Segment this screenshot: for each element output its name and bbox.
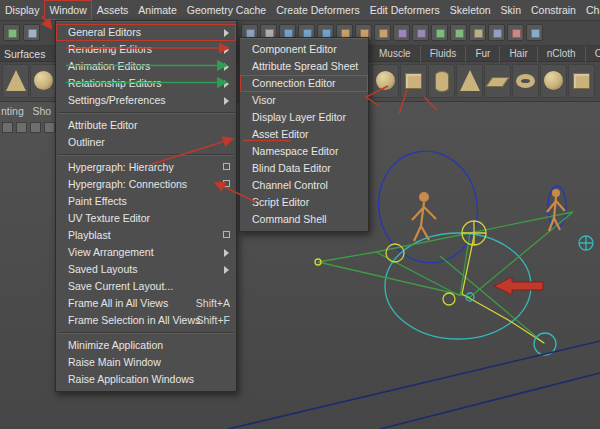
toolbar-icon-11[interactable] [431,24,448,41]
menu-skeleton[interactable]: Skeleton [445,0,496,20]
window-menu-item-raise-main-window[interactable]: Raise Main Window [56,354,236,371]
menu-character[interactable]: Character [581,0,600,20]
torus-shape [516,74,535,88]
shelf-tab-ncloth[interactable]: nCloth [538,46,586,62]
window-menu-item-hypergraph-connections[interactable]: Hypergraph: Connections [56,176,236,193]
toolbar-icon-15[interactable] [507,24,524,41]
menu-window[interactable]: Window [44,0,91,20]
cone-shape [460,70,480,91]
toolbar-icon-8[interactable] [374,24,391,41]
menu-item-label: Rendering Editors [68,43,152,55]
menu-item-label: Frame Selection in All Views [68,314,200,326]
menu-item-label: Playblast [68,229,111,241]
menu-assets[interactable]: Assets [92,0,134,20]
sphere-shape [34,71,53,90]
menu-edit-deformers[interactable]: Edit Deformers [365,0,445,20]
window-menu-item-save-current-layout[interactable]: Save Current Layout... [56,278,236,295]
shelf-item-cube-icon[interactable] [400,64,427,98]
shelf-item-plane-icon[interactable] [484,64,511,98]
option-box-icon[interactable] [223,180,230,187]
option-box-icon[interactable] [223,231,230,238]
shelf-item-torus-icon[interactable] [512,64,539,98]
cube-shape [573,73,590,89]
submenu-arrow-icon [224,29,229,37]
menu-set-selector[interactable]: Surfaces [4,46,45,62]
toolbar-icon-13[interactable] [469,24,486,41]
window-menu-item-saved-layouts[interactable]: Saved Layouts [56,261,236,278]
submenu-item-display-layer-editor[interactable]: Display Layer Editor [240,109,368,126]
submenu-arrow-icon [224,266,229,274]
panel-icon-4[interactable] [44,122,55,133]
menu-display[interactable]: Display [0,0,44,20]
window-menu-item-settings-preferences[interactable]: Settings/Preferences [56,92,236,109]
menu-separator [58,332,234,334]
shelf-item-cone-icon[interactable] [2,64,29,98]
toolbar-icon-12[interactable] [450,24,467,41]
toolbar-icon-1[interactable] [3,24,20,41]
toolbar-icon-14[interactable] [488,24,505,41]
submenu-item-command-shell[interactable]: Command Shell [240,211,368,228]
menu-item-label: Settings/Preferences [68,94,165,106]
shelf-item-cylinder-icon[interactable] [428,64,455,98]
menu-item-label: Raise Main Window [68,356,161,368]
toolbar-icon-2[interactable] [23,24,40,41]
menu-item-shortcut: Shift+A [196,295,230,312]
menu-item-label: Saved Layouts [68,263,137,275]
window-menu-item-playblast[interactable]: Playblast [56,227,236,244]
shelf-item-cone-icon[interactable] [456,64,483,98]
toolbar-icon-9[interactable] [393,24,410,41]
submenu-item-channel-control[interactable]: Channel Control [240,177,368,194]
window-menu-item-frame-selection-in-all-views[interactable]: Frame Selection in All ViewsShift+F [56,312,236,329]
submenu-item-component-editor[interactable]: Component Editor [240,41,368,58]
window-menu-item-outliner[interactable]: Outliner [56,134,236,151]
menu-animate[interactable]: Animate [133,0,182,20]
shelf-tab-muscle[interactable]: Muscle [370,46,421,62]
submenu-item-script-editor[interactable]: Script Editor [240,194,368,211]
window-menu-item-general-editors[interactable]: General Editors [56,24,236,41]
window-menu-item-frame-all-in-all-views[interactable]: Frame All in All ViewsShift+A [56,295,236,312]
submenu-item-blind-data-editor[interactable]: Blind Data Editor [240,160,368,177]
window-menu-item-view-arrangement[interactable]: View Arrangement [56,244,236,261]
window-menu-item-relationship-editors[interactable]: Relationship Editors [56,75,236,92]
toolbar-icon-10[interactable] [412,24,429,41]
shelf-tab-hair[interactable]: Hair [500,46,537,62]
window-menu-item-attribute-editor[interactable]: Attribute Editor [56,117,236,134]
menu-constrain[interactable]: Constrain [526,0,581,20]
menu-skin[interactable]: Skin [496,0,526,20]
panel-icon-3[interactable] [30,122,41,133]
panel-icon-2[interactable] [16,122,27,133]
panel-icon-1[interactable] [2,122,13,133]
toolbar-icon-glyph [512,29,521,38]
window-menu-item-animation-editors[interactable]: Animation Editors [56,58,236,75]
shelf-item-sphere-icon[interactable] [372,64,399,98]
submenu-item-attribute-spread-sheet[interactable]: Attribute Spread Sheet [240,58,368,75]
shelf-item-sphere-icon[interactable] [30,64,57,98]
menu-item-label: Animation Editors [68,60,150,72]
window-menu-item-uv-texture-editor[interactable]: UV Texture Editor [56,210,236,227]
shelf-tab-c[interactable]: C [586,46,600,62]
window-menu-item-raise-application-windows[interactable]: Raise Application Windows [56,371,236,388]
menu-create-deformers[interactable]: Create Deformers [271,0,364,20]
submenu-arrow-icon [224,97,229,105]
window-menu-item-rendering-editors[interactable]: Rendering Editors [56,41,236,58]
shelf-item-cube-icon[interactable] [568,64,595,98]
shelf-tab-fur[interactable]: Fur [466,46,500,62]
shelf-tab-fluids[interactable]: Fluids [421,46,467,62]
menu-item-label: Attribute Editor [68,119,137,131]
window-menu-item-paint-effects[interactable]: Paint Effects [56,193,236,210]
option-box-icon[interactable] [223,163,230,170]
window-menu-item-hypergraph-hierarchy[interactable]: Hypergraph: Hierarchy [56,159,236,176]
submenu-item-namespace-editor[interactable]: Namespace Editor [240,143,368,160]
submenu-item-visor[interactable]: Visor [240,92,368,109]
window-menu-item-minimize-application[interactable]: Minimize Application [56,337,236,354]
cylinder-shape [435,71,449,92]
shelf-item-sphere-icon[interactable] [540,64,567,98]
menu-item-label: Outliner [68,136,105,148]
submenu-item-asset-editor[interactable]: Asset Editor [240,126,368,143]
toolbar-left-group [3,24,40,41]
cone-shape [6,70,26,91]
menu-geometry-cache[interactable]: Geometry Cache [182,0,271,20]
menu-item-shortcut: Shift+F [196,312,230,329]
toolbar-icon-16[interactable] [526,24,543,41]
submenu-item-connection-editor[interactable]: Connection Editor [240,75,368,92]
